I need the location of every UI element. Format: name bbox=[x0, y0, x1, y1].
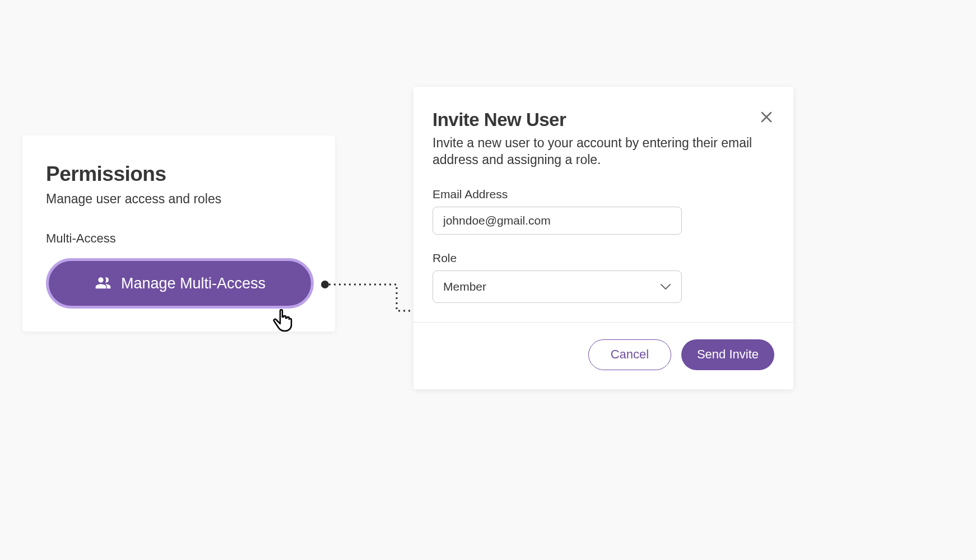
send-invite-button[interactable]: Send Invite bbox=[681, 339, 774, 370]
manage-button-label: Manage Multi-Access bbox=[121, 275, 266, 292]
modal-title: Invite New User bbox=[433, 109, 566, 130]
cancel-button[interactable]: Cancel bbox=[588, 339, 671, 370]
multi-access-section-label: Multi-Access bbox=[46, 231, 312, 246]
role-select[interactable]: Member bbox=[433, 270, 682, 303]
modal-description: Invite a new user to your account by ent… bbox=[433, 135, 774, 169]
invite-user-modal: Invite New User Invite a new user to you… bbox=[413, 87, 793, 389]
close-icon[interactable] bbox=[759, 109, 774, 127]
permissions-card: Permissions Manage user access and roles… bbox=[22, 136, 335, 332]
modal-divider bbox=[413, 322, 793, 323]
users-icon bbox=[94, 274, 112, 292]
email-field[interactable] bbox=[433, 207, 682, 235]
manage-multi-access-button[interactable]: Manage Multi-Access bbox=[46, 258, 314, 309]
modal-footer: Cancel Send Invite bbox=[433, 339, 774, 370]
chevron-down-icon bbox=[660, 283, 671, 290]
role-label: Role bbox=[433, 251, 774, 265]
modal-header: Invite New User bbox=[433, 109, 774, 130]
email-label: Email Address bbox=[433, 188, 774, 201]
permissions-title: Permissions bbox=[46, 162, 312, 186]
role-selected-value: Member bbox=[443, 280, 486, 293]
permissions-subtitle: Manage user access and roles bbox=[46, 192, 312, 207]
